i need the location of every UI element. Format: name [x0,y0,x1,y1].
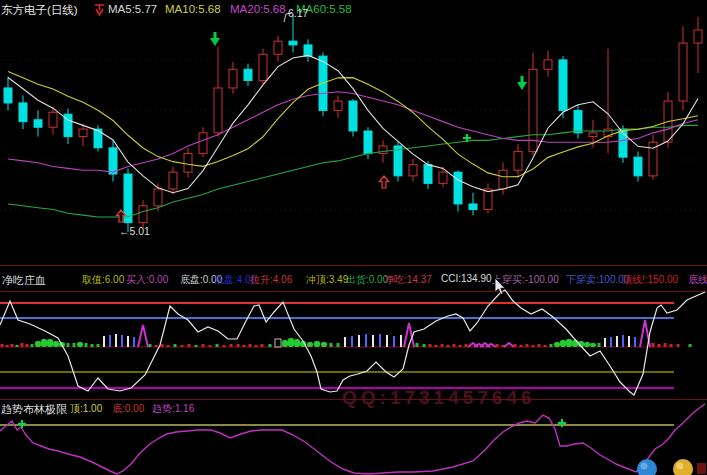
candle [229,69,237,88]
indicator2-title: 趋势布林极限 [1,402,67,417]
candle [499,170,507,189]
candle [424,165,432,184]
candle [34,120,42,127]
candle [139,206,147,223]
peak-price-label: 6.17 [288,7,308,19]
field-qushi: 趋势:1.16 [152,402,194,416]
candle [19,103,27,122]
field-lasheng: 拉升:4.06 [250,273,292,287]
candle [109,148,117,174]
candle [679,43,687,101]
candle [154,189,162,206]
candle [244,69,252,80]
field-cci: CCI:134.90 [441,273,492,284]
qq-watermark: QQ:1731457646 [342,387,536,409]
ma20-value: MA20:5.68 [230,3,286,15]
candle [214,88,222,133]
site-logo [630,455,707,475]
green-down-arrow [210,32,220,46]
candle [334,101,342,110]
candle [274,41,282,54]
exright-flag-icon [94,4,105,17]
green-down-arrow [517,76,527,90]
candle [184,153,192,172]
indicator1-histogram [1,320,692,347]
candle [544,60,552,69]
candle [169,172,177,189]
field-quzhi: 取值:6.00 [82,273,124,287]
indicator1-title: 净吃庄血 [2,273,46,288]
candle [694,30,702,43]
candle [634,157,642,176]
ma5-value: MA5:5.77 [108,3,157,15]
field-chuhuo: 出货:0.00 [346,273,388,287]
candle [469,204,477,210]
stock-title: 东方电子(日线) [1,3,78,18]
candle [364,131,372,153]
green-cross-marker [558,419,566,427]
candle [454,172,462,204]
candle [49,112,57,127]
indicator1-header: 净吃庄血 取值:6.00 买入:0.00 底盘:0.00 洗盘:4.00 拉升:… [0,273,707,287]
main-chart-header: 东方电子(日线) MA5:5.77 MA10:5.68 MA20:5.68 MA… [0,3,707,18]
candle [349,101,357,131]
candle [304,45,312,56]
field-di: 底:0.00 [112,402,144,416]
candle [409,165,417,176]
field-jingchi: 净吃:14.37 [384,273,432,287]
candle [574,110,582,132]
field-dingxian: 顶线!:150.00 [622,273,678,287]
candle [589,133,597,137]
stock-app-window: 东方电子(日线) MA5:5.77 MA10:5.68 MA20:5.68 MA… [0,0,707,475]
candle [439,172,447,183]
ma10-value: MA10:5.68 [165,3,221,15]
candles-group [4,15,702,232]
candle [289,41,297,45]
candle [559,60,567,111]
candle [199,133,207,154]
candle [4,88,12,103]
field-mairu: 买入:0.00 [126,273,168,287]
field-xiachuan: 下穿卖:100.00 [566,273,629,287]
candle [259,54,267,80]
candle [514,152,522,171]
field-dixian: 底线 [688,273,707,287]
mouse-cursor [494,278,507,296]
field-chongding: 冲顶:3.49 [306,273,348,287]
low-price-label: ←5.01 [119,225,150,237]
green-cross-marker [18,420,26,428]
candle [79,129,87,136]
field-ding: 顶:1.00 [70,402,102,416]
candle [529,69,537,151]
red-up-arrow [380,176,389,188]
